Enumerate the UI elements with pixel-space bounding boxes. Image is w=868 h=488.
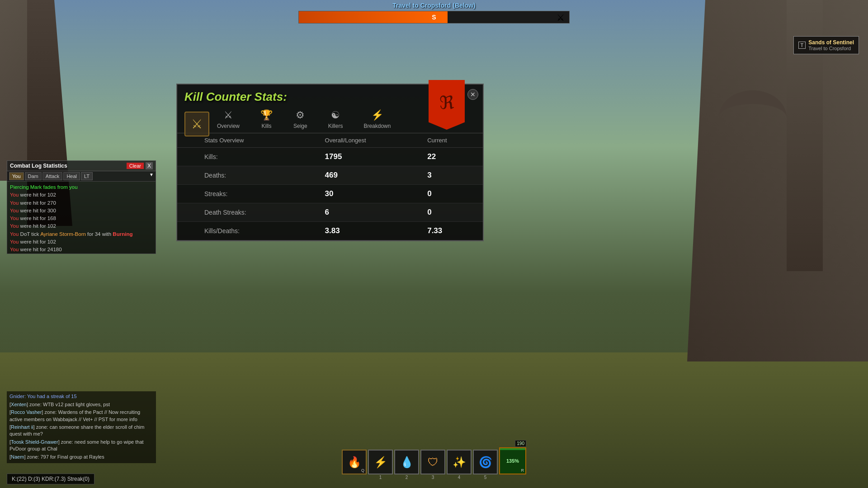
ability-icon-3: 🛡	[428, 456, 439, 469]
left-emblem: ⚔	[184, 112, 209, 136]
chat-message: [Reinhart ii] zone: can someone share th…	[9, 424, 153, 438]
kills-overall: 1795	[318, 148, 420, 166]
quest-subtext: Travel to Cropsford	[808, 46, 854, 51]
log-message: You were hit for 102	[10, 222, 153, 230]
stat-label-death-streaks: Death Streaks:	[177, 203, 318, 222]
stat-label-kills: Kills:	[177, 148, 318, 166]
tab-overview-label: Overview	[217, 123, 240, 129]
tab-dam[interactable]: Dam	[25, 172, 42, 180]
ability-icon-4: ✨	[453, 456, 466, 469]
action-slot-3[interactable]: 🛡 3	[420, 450, 445, 474]
combat-log-tabs: You Dam Attack Heal LT ▼	[7, 171, 156, 182]
ability-icon-q: 🔥	[348, 456, 361, 469]
log-message: Piercing Mark fades from you	[10, 183, 153, 191]
clear-button[interactable]: Clear	[127, 163, 144, 169]
health-bar: S ⚔	[298, 11, 570, 23]
log-messages: Piercing Mark fades from you You were hi…	[7, 182, 156, 254]
resource-badge: 190	[515, 440, 526, 447]
overview-icon: ⚔	[224, 109, 233, 121]
quest-key: T	[798, 42, 806, 49]
stat-label-kd: Kills/Deaths:	[177, 222, 318, 240]
ability-icon-2: 💧	[400, 456, 414, 469]
stat-label-deaths: Deaths:	[177, 166, 318, 185]
combat-log-title: Combat Log Statistics	[10, 163, 125, 169]
combat-log-header: Combat Log Statistics Clear X	[7, 160, 156, 171]
log-message: You were hit for 300	[10, 207, 153, 215]
stats-table: Stats Overview Overall/Longest Current K…	[177, 133, 483, 240]
slot-num-5: 5	[484, 475, 487, 480]
slot-key-r: R	[521, 468, 524, 473]
panel-close-button[interactable]: ✕	[467, 89, 478, 100]
log-message: You DoT tick Ayriane Storm-Born for 34 w…	[10, 230, 153, 238]
action-slot-ultimate[interactable]: 190 135% R	[499, 447, 526, 474]
action-slot-5[interactable]: 🌀 5	[473, 450, 498, 474]
table-row: Streaks: 30 0	[177, 185, 483, 203]
table-row: Death Streaks: 6 0	[177, 203, 483, 222]
chat-message: Gnider: You had a streak of 15	[9, 393, 153, 400]
quest-indicator: T Sands of Sentinel Travel to Cropsford	[793, 36, 859, 54]
table-row: Kills/Deaths: 3.83 7.33	[177, 222, 483, 240]
tab-breakdown[interactable]: ⚡ Breakdown	[360, 108, 394, 131]
tab-dropdown[interactable]: ▼	[149, 172, 154, 180]
slot-num-2: 2	[406, 475, 408, 480]
chat-log: Gnider: You had a streak of 15 [Xenten] …	[7, 391, 156, 463]
kd-current: 7.33	[420, 222, 483, 240]
table-row: Kills: 1795 22	[177, 148, 483, 166]
ability-icon-5: 🌀	[479, 456, 492, 469]
tab-lt[interactable]: LT	[81, 172, 93, 180]
slot-key-q: Q	[361, 468, 364, 473]
kills-icon: 🏆	[260, 109, 273, 121]
log-message: You were hit for 102	[10, 191, 153, 199]
kills-current: 22	[420, 148, 483, 166]
table-row: Deaths: 469 3	[177, 166, 483, 185]
kill-counter-panel: ℜ Kill Counter Stats: ✕ ⚔ ⚔ Overview 🏆 K…	[176, 84, 484, 241]
chat-message: [Rocco Vasher] zone: Wardens of the Pact…	[9, 409, 153, 423]
travel-text: Travel to Cropsford (Below)	[298, 0, 570, 11]
action-slot-4[interactable]: ✨ 4	[447, 450, 472, 474]
tab-you[interactable]: You	[9, 172, 24, 180]
top-hud: Travel to Cropsford (Below) S ⚔	[298, 0, 570, 23]
action-slot-q[interactable]: 🔥 Q	[342, 450, 367, 474]
combat-log: Combat Log Statistics Clear X You Dam At…	[7, 160, 156, 254]
streaks-overall: 30	[318, 185, 420, 203]
tab-seige-label: Seige	[293, 123, 307, 129]
streaks-current: 0	[420, 185, 483, 203]
slot-num-1: 1	[379, 475, 382, 480]
deaths-overall: 469	[318, 166, 420, 185]
tab-kills[interactable]: 🏆 Kills	[257, 108, 276, 131]
guild-symbol: ℜ	[439, 92, 454, 113]
stat-label-streaks: Streaks:	[177, 185, 318, 203]
seige-icon: ⚙	[296, 109, 305, 121]
health-bar-text: S	[299, 14, 569, 21]
killers-icon: ☯	[331, 109, 340, 121]
log-message: You were hit for 270	[10, 199, 153, 207]
tab-overview[interactable]: ⚔ Overview	[213, 108, 243, 131]
log-message: You were hit for 24180	[10, 246, 153, 253]
tab-killers[interactable]: ☯ Killers	[325, 108, 347, 131]
status-bar: K:(22) D:(3) KDR:(7.3) Streak(0)	[7, 474, 94, 484]
action-slot-1[interactable]: ⚡ 1	[368, 450, 393, 474]
slot-num-4: 4	[458, 475, 461, 480]
tab-seige[interactable]: ⚙ Seige	[290, 108, 311, 131]
combat-log-close[interactable]: X	[146, 162, 153, 169]
ability-icon-1: ⚡	[374, 456, 387, 469]
death-streaks-current: 0	[420, 203, 483, 222]
chat-message: [Naem] zone: 797 for Final group at Rayl…	[9, 454, 153, 460]
slot-num-3: 3	[432, 475, 434, 480]
tab-killers-label: Killers	[328, 123, 343, 129]
tab-kills-label: Kills	[262, 123, 272, 129]
tab-heal[interactable]: Heal	[63, 172, 80, 180]
kd-overall: 3.83	[318, 222, 420, 240]
death-streaks-overall: 6	[318, 203, 420, 222]
log-message: You were hit for 168	[10, 215, 153, 222]
action-slot-2[interactable]: 💧 2	[394, 450, 419, 474]
action-bar: 🔥 Q ⚡ 1 💧 2 🛡 3 ✨ 4 🌀 5 190 135% R	[342, 447, 526, 474]
header-overall: Overall/Longest	[318, 133, 420, 148]
quest-name: Sands of Sentinel	[808, 39, 854, 46]
status-text: K:(22) D:(3) KDR:(7.3) Streak(0)	[12, 476, 90, 482]
header-current: Current	[420, 133, 483, 148]
chat-message: [Xenten] zone: WTB v12 pact light gloves…	[9, 401, 153, 408]
tab-attack[interactable]: Attack	[42, 172, 63, 180]
panel-title: Kill Counter Stats:	[184, 90, 287, 104]
tab-breakdown-label: Breakdown	[363, 123, 391, 129]
